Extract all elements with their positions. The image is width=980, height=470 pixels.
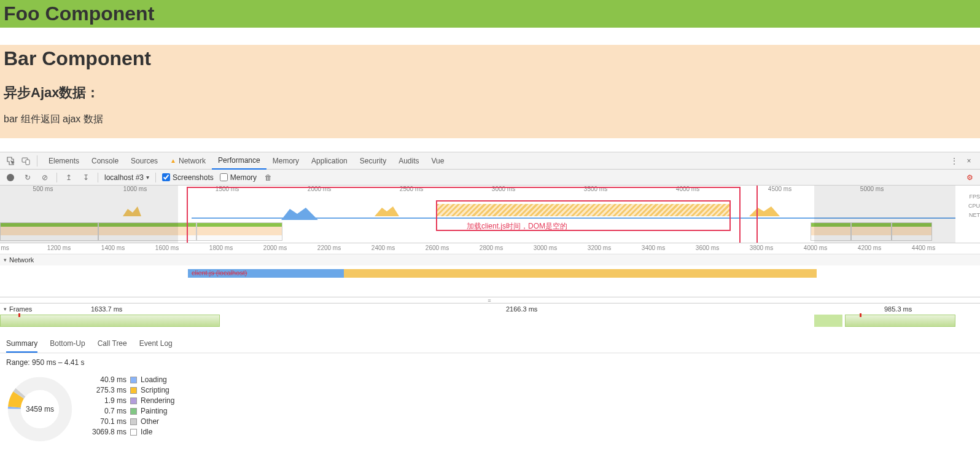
legend-swatch: [130, 387, 137, 394]
tab-audits[interactable]: Audits: [392, 152, 425, 170]
clear-icon[interactable]: ⊘: [39, 172, 50, 183]
legend-swatch: [130, 408, 137, 415]
flame-tick: 1200 ms: [47, 245, 71, 251]
summary-tab-bottom-up[interactable]: Bottom-Up: [50, 339, 85, 353]
tab-console[interactable]: Console: [85, 152, 125, 170]
legend-label: Loading: [141, 375, 174, 384]
close-icon[interactable]: ×: [963, 155, 975, 167]
summary-tab-summary[interactable]: Summary: [6, 339, 37, 353]
overview-tick: 4000 ms: [676, 186, 699, 192]
frame-block[interactable]: [0, 315, 220, 327]
tab-sources[interactable]: Sources: [125, 152, 164, 170]
legend-label: Other: [141, 417, 174, 426]
legend-value: 3069.8 ms: [92, 428, 126, 436]
frames-section-toggle[interactable]: Frames 1633.7 ms 2166.3 ms 985.3 ms: [0, 304, 980, 315]
devtools-tabbar: ElementsConsoleSourcesNetworkPerformance…: [0, 152, 980, 170]
frame-block[interactable]: [814, 315, 842, 327]
bar-component-title: Bar Component: [0, 45, 980, 72]
cpu-spike: [375, 204, 399, 216]
legend-swatch: [130, 418, 137, 425]
flame-tick: 1400 ms: [101, 245, 125, 251]
flame-tick: 2200 ms: [317, 245, 341, 251]
flame-tick: 3600 ms: [696, 245, 719, 251]
settings-gear-icon[interactable]: ⚙: [964, 172, 975, 183]
memory-checkbox[interactable]: Memory: [220, 173, 257, 182]
profile-dropdown-label: localhost #3: [104, 173, 144, 182]
legend-value: 1.9 ms: [92, 396, 126, 405]
tab-application[interactable]: Application: [305, 152, 354, 170]
legend-label: Painting: [141, 407, 174, 415]
save-icon[interactable]: ↧: [80, 172, 91, 183]
tab-security[interactable]: Security: [354, 152, 392, 170]
legend-value: 275.3 ms: [92, 386, 126, 394]
frame-time-2: 2166.3 ms: [506, 305, 537, 313]
perf-toolbar: ↻ ⊘ ↥ ↧ localhost #3 Screenshots Memory …: [0, 170, 980, 186]
summary-legend: 40.9 msLoading275.3 msScripting1.9 msRen…: [92, 375, 174, 436]
network-request-2[interactable]: [344, 269, 817, 278]
separator: [98, 173, 98, 182]
fps-label: FPS: [968, 194, 980, 200]
ajax-body-text: bar 组件返回 ajax 数据: [0, 111, 980, 131]
overview-dim-left[interactable]: [0, 186, 178, 243]
svg-marker-4: [749, 206, 780, 216]
memory-label: Memory: [230, 173, 257, 182]
flame-tick: 2600 ms: [426, 245, 449, 251]
separator: [56, 173, 57, 182]
overview-tick: 1500 ms: [216, 186, 239, 192]
range-text: Range: 950 ms – 4.41 s: [0, 353, 980, 369]
load-icon[interactable]: ↥: [63, 172, 74, 183]
tab-memory[interactable]: Memory: [266, 152, 305, 170]
summary-tab-call-tree[interactable]: Call Tree: [98, 339, 127, 353]
overview-tick: 4500 ms: [768, 186, 791, 192]
network-lane[interactable]: client.js (localhost): [0, 265, 980, 297]
ajax-heading: 异步Ajax数据：: [0, 72, 980, 111]
frame-block[interactable]: [845, 315, 955, 327]
svg-rect-1: [26, 160, 29, 165]
overview-tick: 2500 ms: [400, 186, 423, 192]
legend-value: 0.7 ms: [92, 407, 126, 415]
screenshots-checkbox[interactable]: Screenshots: [162, 173, 214, 182]
svg-marker-3: [375, 206, 399, 216]
profile-dropdown[interactable]: localhost #3: [104, 173, 149, 182]
cpu-label: CPU: [968, 203, 980, 209]
flame-tick: 2000 ms: [263, 245, 287, 251]
overview-tick: 3000 ms: [492, 186, 515, 192]
annotation-total-line: [756, 186, 758, 243]
screenshot-thumb: [196, 222, 282, 241]
flame-tick: 4000 ms: [804, 245, 827, 251]
record-button[interactable]: [5, 172, 16, 183]
flame-tick: 4200 ms: [858, 245, 881, 251]
net-label: NET: [968, 213, 980, 218]
tab-elements[interactable]: Elements: [42, 152, 85, 170]
foo-component-banner: Foo Component: [0, 0, 980, 28]
inspect-icon[interactable]: [5, 155, 17, 167]
overview-timeline[interactable]: 500 ms1000 ms1500 ms2000 ms2500 ms3000 m…: [0, 186, 980, 243]
kebab-icon[interactable]: ⋮: [948, 155, 960, 167]
devtools-panel: ElementsConsoleSourcesNetworkPerformance…: [0, 152, 980, 449]
network-request-clientjs-label: client.js (localhost): [192, 269, 247, 276]
flame-tick: 4400 ms: [912, 245, 935, 251]
overview-lane-labels: FPS CPU NET: [968, 194, 980, 218]
legend-swatch: [130, 429, 137, 436]
summary-tab-event-log[interactable]: Event Log: [139, 339, 173, 353]
overview-tick: 3500 ms: [584, 186, 607, 192]
reload-icon[interactable]: ↻: [22, 172, 33, 183]
flame-tick: 3400 ms: [642, 245, 665, 251]
frame-time-3: 985.3 ms: [884, 305, 912, 313]
device-icon[interactable]: [20, 155, 32, 167]
resize-handle[interactable]: ≡: [0, 297, 980, 304]
summary-body: 3459 ms 40.9 msLoading275.3 msScripting1…: [0, 369, 980, 449]
frames-lane[interactable]: [0, 315, 980, 335]
tab-performance[interactable]: Performance: [212, 152, 266, 170]
separator: [37, 155, 37, 166]
screenshots-label: Screenshots: [173, 173, 214, 182]
summary-donut-chart: 3459 ms: [6, 375, 74, 443]
overview-dim-right[interactable]: [814, 186, 955, 243]
tab-network[interactable]: Network: [164, 152, 212, 170]
flame-tick: 3000 ms: [534, 245, 557, 251]
network-section-toggle[interactable]: Network: [0, 254, 980, 265]
tab-vue[interactable]: Vue: [426, 152, 451, 170]
trash-icon[interactable]: 🗑: [263, 172, 274, 183]
legend-swatch: [130, 377, 137, 383]
frames-section-label: Frames: [9, 305, 32, 313]
